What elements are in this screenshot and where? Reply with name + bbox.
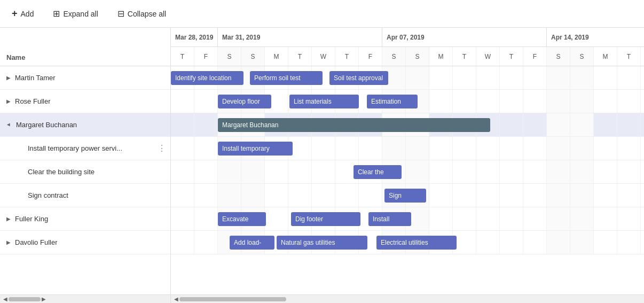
left-header: Name — [0, 28, 170, 66]
right-scroll-thumb[interactable] — [179, 297, 286, 301]
collapse-label: Collapse all — [128, 10, 166, 18]
day-header-15: F — [523, 47, 547, 66]
name-column-header: Name — [6, 53, 25, 61]
gantt-panel[interactable]: Mar 28, 2019Mar 31, 2019Apr 07, 2019Apr … — [171, 28, 644, 294]
row-name-margaret: Margaret Buchanan — [16, 121, 77, 129]
gantt-bar-rose-develop-floor[interactable]: Develop floor — [218, 95, 271, 108]
row-name-install: Install temporary power servi... — [28, 144, 122, 152]
day-header-8: F — [359, 47, 382, 66]
gantt-row-davolio: Add load-Natural gas utilitiesElectrical… — [171, 231, 644, 254]
gantt-row-martin: Identify site locationPerform soil testS… — [171, 66, 644, 90]
left-scroll-area[interactable]: ◀ ▶ — [0, 295, 171, 303]
gantt-bar-fuller-install[interactable]: Install — [368, 212, 411, 226]
left-row-davolio: ▶Davolio Fuller — [0, 231, 170, 254]
expand-icon-martin[interactable]: ▶ — [6, 75, 11, 81]
row-name-clear: Clear the building site — [28, 168, 95, 176]
gantt-row-install: Install temporary — [171, 137, 644, 160]
gantt-row-sign: Sign — [171, 184, 644, 207]
day-header-11: M — [429, 47, 453, 66]
add-button[interactable]: + Add — [9, 6, 37, 21]
expand-icon: ⊞ — [53, 9, 60, 19]
expand-icon-rose[interactable]: ▶ — [6, 98, 11, 104]
gantt-bar-rose-list-materials[interactable]: List materials — [289, 95, 359, 108]
gantt-bar-martin-identify-site-location[interactable]: Identify site location — [171, 71, 244, 85]
gantt-day-headers: TFSSMTWTFSSMTWTFSSMTW — [171, 47, 644, 66]
left-row-margaret: ▼Margaret Buchanan — [0, 113, 170, 137]
gantt-bar-davolio-add-load-[interactable]: Add load- — [230, 236, 274, 250]
row-name-davolio: Davolio Fuller — [15, 238, 57, 246]
right-scroll-left-arrow[interactable]: ◀ — [173, 296, 179, 302]
day-header-7: T — [335, 47, 359, 66]
left-scroll-right-arrow[interactable]: ▶ — [41, 296, 47, 302]
gantt-row-fuller: ExcavateDig footerInstall — [171, 207, 644, 231]
gantt-bar-martin-soil-test-approval[interactable]: Soil test approval — [329, 71, 388, 85]
gantt-bar-martin-perform-soil-test[interactable]: Perform soil test — [250, 71, 323, 85]
gantt-date-headers: Mar 28, 2019Mar 31, 2019Apr 07, 2019Apr … — [171, 28, 644, 47]
left-row-rose: ▶Rose Fuller — [0, 90, 170, 113]
collapse-icon: ⊟ — [117, 9, 124, 19]
add-label: Add — [21, 10, 34, 18]
bottom-scrollbars: ◀ ▶ ◀ — [0, 294, 644, 303]
toolbar: + Add ⊞ Expand all ⊟ Collapse all — [0, 0, 644, 28]
day-header-4: M — [265, 47, 288, 66]
gantt-bar-clear-clear-the[interactable]: Clear the — [354, 165, 402, 179]
expand-all-button[interactable]: ⊞ Expand all — [50, 6, 101, 21]
left-scroll-thumb[interactable] — [9, 297, 41, 301]
gantt-bar-fuller-excavate[interactable]: Excavate — [218, 212, 266, 226]
gantt-container: Mar 28, 2019Mar 31, 2019Apr 07, 2019Apr … — [171, 28, 644, 254]
day-header-12: T — [453, 47, 476, 66]
row-name-martin: Martin Tamer — [15, 74, 56, 82]
day-header-5: T — [288, 47, 312, 66]
week-header-Apr-07-2019: Apr 07, 2019 — [382, 28, 547, 46]
day-header-13: W — [476, 47, 500, 66]
row-name-fuller: Fuller King — [15, 215, 48, 223]
day-header-14: T — [500, 47, 523, 66]
left-rows-container: ▶Martin Tamer▶Rose Fuller▼Margaret Bucha… — [0, 66, 170, 254]
expand-icon-margaret[interactable]: ▼ — [6, 122, 12, 128]
left-row-clear: Clear the building site — [0, 160, 170, 184]
day-header-10: S — [406, 47, 429, 66]
day-header-2: S — [218, 47, 241, 66]
gantt-row-margaret: Margaret Buchanan — [171, 113, 644, 137]
week-header-Mar-31-2019: Mar 31, 2019 — [218, 28, 382, 46]
day-header-17: S — [570, 47, 594, 66]
row-name-sign: Sign contract — [28, 191, 68, 199]
left-row-fuller: ▶Fuller King — [0, 207, 170, 231]
gantt-bar-install-install-temporary[interactable]: Install temporary — [218, 142, 293, 156]
gantt-bar-sign-sign[interactable]: Sign — [384, 189, 426, 203]
day-header-3: S — [241, 47, 265, 66]
drag-handle-install[interactable]: ⋮ — [158, 143, 166, 153]
right-scroll-area[interactable]: ◀ — [171, 295, 644, 303]
day-header-20: W — [641, 47, 644, 66]
left-scroll-left-arrow[interactable]: ◀ — [2, 296, 9, 302]
gantt-bar-davolio-natural-gas-utilities[interactable]: Natural gas utilities — [277, 236, 367, 250]
collapse-all-button[interactable]: ⊟ Collapse all — [114, 6, 169, 21]
expand-icon-davolio[interactable]: ▶ — [6, 239, 11, 245]
day-header-9: S — [382, 47, 406, 66]
gantt-bar-fuller-dig-footer[interactable]: Dig footer — [291, 212, 360, 226]
week-header-Apr-14-2019: Apr 14, 2019 — [547, 28, 644, 46]
gantt-bar-davolio-electrical-utilities[interactable]: Electrical utilities — [376, 236, 457, 250]
row-name-rose: Rose Fuller — [15, 97, 50, 105]
expand-icon-fuller[interactable]: ▶ — [6, 216, 11, 222]
day-header-1: F — [194, 47, 218, 66]
day-header-18: M — [594, 47, 617, 66]
left-row-sign: Sign contract — [0, 184, 170, 207]
expand-label: Expand all — [63, 10, 98, 18]
day-header-16: S — [547, 47, 570, 66]
gantt-bar-margaret-margaret-buchanan[interactable]: Margaret Buchanan — [218, 118, 490, 132]
plus-icon: + — [12, 8, 18, 19]
gantt-row-rose: Develop floorList materialsEstimation — [171, 90, 644, 113]
left-row-martin: ▶Martin Tamer — [0, 66, 170, 90]
week-header-Mar-28-2019: Mar 28, 2019 — [171, 28, 218, 46]
gantt-rows-container: Identify site locationPerform soil testS… — [171, 66, 644, 254]
day-header-19: T — [617, 47, 641, 66]
left-panel: Name ▶Martin Tamer▶Rose Fuller▼Margaret … — [0, 28, 171, 294]
left-row-install: Install temporary power servi...⋮ — [0, 137, 170, 160]
day-header-0: T — [171, 47, 194, 66]
day-header-6: W — [312, 47, 335, 66]
main-area: Name ▶Martin Tamer▶Rose Fuller▼Margaret … — [0, 28, 644, 303]
content-area: Name ▶Martin Tamer▶Rose Fuller▼Margaret … — [0, 28, 644, 294]
gantt-bar-rose-estimation[interactable]: Estimation — [367, 95, 418, 108]
gantt-row-clear: Clear the — [171, 160, 644, 184]
